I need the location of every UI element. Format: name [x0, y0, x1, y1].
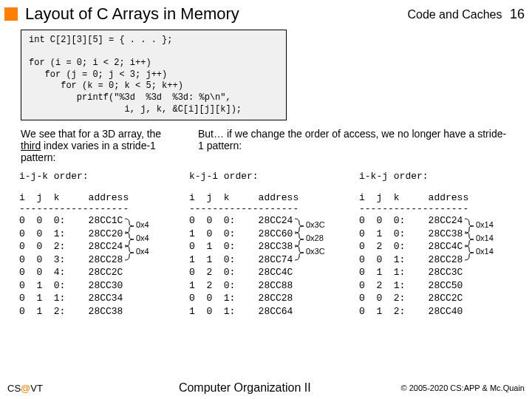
table-header: i j k address [189, 192, 350, 203]
table-ikj: i-k-j order: i j k address -------------… [359, 171, 520, 318]
table-header: i j k address [19, 192, 180, 203]
footer-left-at: @ [21, 383, 30, 394]
footer-left-vt: VT [30, 383, 43, 394]
explain-row: We see that for a 3D array, the third in… [0, 128, 532, 163]
table-rows: 0 0 0: 28CC24 0 1 0: 28CC38 0 2 0: 28CC4… [359, 214, 520, 318]
table-rows: 0 0 0: 28CC24 1 0 0: 28CC60 0 1 0: 28CC3… [189, 214, 350, 318]
slide-title: Layout of C Arrays in Memory [25, 4, 407, 24]
explain-left-2: index varies in a stride-1 pattern: [21, 140, 156, 163]
table-dash: ------------------- [189, 203, 350, 214]
table-rows: 0 0 0: 28CC1C 0 0 1: 28CC20 0 0 2: 28CC2… [19, 214, 180, 318]
footer-left-cs: CS [7, 383, 21, 394]
table-dash: ------------------- [19, 203, 180, 214]
footer-right: © 2005-2020 CS:APP & Mc.Quain [401, 383, 525, 392]
footer-center: Computer Organization II [89, 381, 401, 395]
slide-footer: CS@VT Computer Organization II © 2005-20… [0, 381, 532, 395]
footer-left: CS@VT [7, 383, 89, 394]
explain-right: But… if we change the order of access, w… [198, 128, 511, 163]
page-number: 16 [510, 7, 525, 21]
topic-label: Code and Caches 16 [407, 7, 525, 22]
explain-left-1: We see that for a 3D array, the [21, 128, 161, 140]
table-header: i j k address [359, 192, 520, 203]
explain-left-underline: third [21, 140, 41, 151]
topic-text: Code and Caches [407, 8, 502, 21]
code-snippet: int C[2][3][5] = { . . . }; for (i = 0; … [21, 30, 287, 120]
accent-square-icon [4, 7, 18, 21]
order-label: i-j-k order: [19, 171, 180, 182]
order-label: i-k-j order: [359, 171, 520, 182]
table-ijk: i-j-k order: i j k address -------------… [19, 171, 180, 318]
order-label: k-j-i order: [189, 171, 350, 182]
table-dash: ------------------- [359, 203, 520, 214]
table-kji: k-j-i order: i j k address -------------… [189, 171, 350, 318]
slide-header: Layout of C Arrays in Memory Code and Ca… [0, 0, 532, 28]
explain-left: We see that for a 3D array, the third in… [21, 128, 176, 163]
tables-row: i-j-k order: i j k address -------------… [0, 163, 532, 318]
